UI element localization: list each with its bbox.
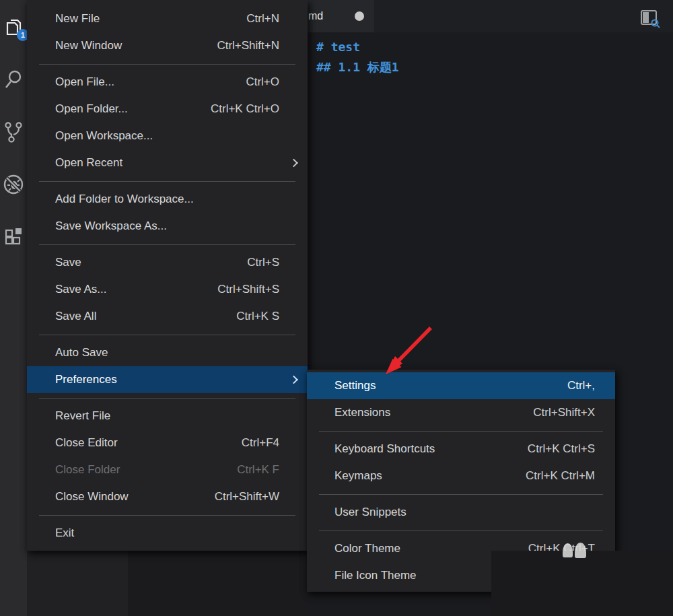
menu-separator bbox=[307, 489, 615, 499]
tab-label: md bbox=[307, 10, 323, 22]
menu-separator bbox=[27, 240, 308, 249]
menu-item-add-folder-to-workspace[interactable]: Add Folder to Workspace... bbox=[27, 186, 308, 213]
menu-item-exit[interactable]: Exit bbox=[27, 520, 308, 547]
menu-separator bbox=[27, 176, 308, 186]
cursor-artifact-icon bbox=[575, 543, 586, 558]
extensions-icon bbox=[3, 226, 24, 248]
menu-item-save-all[interactable]: Save All Ctrl+K S bbox=[27, 303, 308, 330]
menu-item-open-recent[interactable]: Open Recent bbox=[27, 149, 308, 176]
menu-separator bbox=[27, 59, 308, 69]
editor-tab-md[interactable]: md bbox=[307, 0, 374, 32]
menu-separator bbox=[27, 330, 308, 339]
source-control-icon bbox=[3, 121, 24, 143]
submenu-item-keyboard-shortcuts[interactable]: Keyboard Shortcuts Ctrl+K Ctrl+S bbox=[307, 436, 615, 463]
menu-separator bbox=[307, 526, 615, 535]
menu-item-open-folder[interactable]: Open Folder... Ctrl+K Ctrl+O bbox=[27, 96, 308, 123]
menu-item-new-file[interactable]: New File Ctrl+N bbox=[27, 5, 308, 32]
markdown-source-text[interactable]: # test ## 1.1 标题1 bbox=[316, 37, 399, 77]
menu-item-close-folder: Close Folder Ctrl+K F bbox=[27, 456, 308, 483]
submenu-item-extensions[interactable]: Extensions Ctrl+Shift+X bbox=[307, 399, 615, 426]
activity-item-debug[interactable] bbox=[0, 166, 27, 203]
unsaved-dot-icon[interactable] bbox=[355, 11, 364, 21]
overlay-dark-region bbox=[491, 551, 673, 616]
menu-item-new-window[interactable]: New Window Ctrl+Shift+N bbox=[27, 32, 308, 59]
menu-separator bbox=[27, 393, 308, 403]
menu-separator bbox=[27, 510, 308, 520]
submenu-item-settings[interactable]: Settings Ctrl+, bbox=[307, 372, 615, 399]
menu-item-open-file[interactable]: Open File... Ctrl+O bbox=[27, 69, 308, 96]
submenu-chevron-icon bbox=[289, 159, 298, 168]
activity-bar: 1 bbox=[0, 0, 27, 616]
menu-item-open-workspace[interactable]: Open Workspace... bbox=[27, 123, 308, 149]
menu-item-revert-file[interactable]: Revert File bbox=[27, 403, 308, 430]
menu-item-auto-save[interactable]: Auto Save bbox=[27, 339, 308, 366]
debug-disabled-icon bbox=[2, 173, 25, 196]
menu-item-save-workspace-as[interactable]: Save Workspace As... bbox=[27, 213, 308, 240]
file-menu: New File Ctrl+N New Window Ctrl+Shift+N … bbox=[27, 0, 308, 551]
activity-item-extensions[interactable] bbox=[0, 218, 27, 256]
menu-item-save-as[interactable]: Save As... Ctrl+Shift+S bbox=[27, 276, 308, 303]
markdown-preview-icon[interactable] bbox=[639, 9, 661, 29]
submenu-item-keymaps[interactable]: Keymaps Ctrl+K Ctrl+M bbox=[307, 463, 615, 489]
activity-item-source-control[interactable] bbox=[0, 113, 27, 151]
menu-item-save[interactable]: Save Ctrl+S bbox=[27, 249, 308, 276]
cursor-artifact-icon bbox=[563, 543, 573, 557]
menu-item-close-window[interactable]: Close Window Ctrl+Shift+W bbox=[27, 483, 308, 510]
code-line-1: # test bbox=[316, 40, 360, 54]
activity-item-search[interactable] bbox=[0, 61, 27, 98]
code-line-2: ## 1.1 标题1 bbox=[316, 60, 399, 74]
submenu-chevron-icon bbox=[289, 376, 298, 384]
search-icon bbox=[3, 69, 24, 90]
menu-separator bbox=[307, 426, 615, 436]
red-annotation-arrow bbox=[363, 316, 451, 390]
menu-item-preferences[interactable]: Preferences bbox=[27, 366, 308, 393]
submenu-item-user-snippets[interactable]: User Snippets bbox=[307, 499, 615, 526]
menu-item-close-editor[interactable]: Close Editor Ctrl+F4 bbox=[27, 430, 308, 456]
